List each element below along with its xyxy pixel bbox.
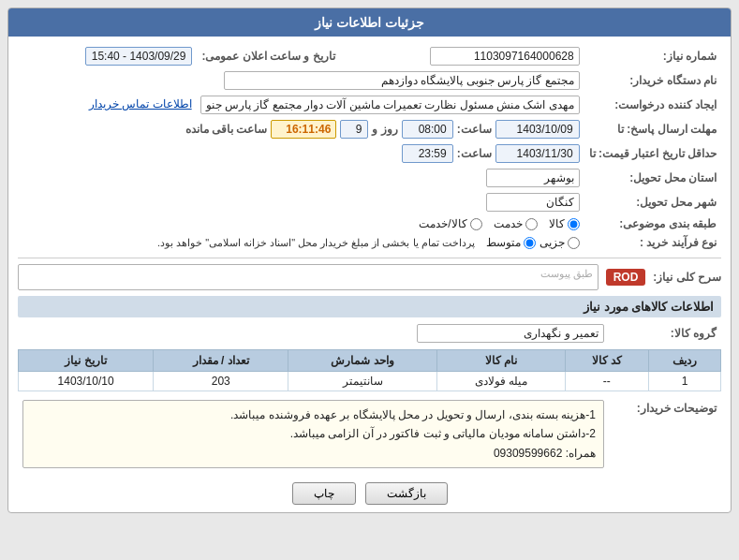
sarhKoli-label: سرح کلی نیاز: (653, 271, 721, 284)
hadaqal-saat: 23:59 (402, 144, 453, 163)
shahr-value: کنگان (486, 193, 580, 212)
print-button[interactable]: چاپ (292, 482, 356, 505)
col-kodKala: کد کالا (565, 350, 648, 372)
noeFaraind-jozi[interactable]: جزیی (539, 236, 580, 249)
col-tarikh: تاریخ نیاز (19, 350, 154, 372)
noeFaraind-motovaset-label: متوسط (486, 236, 521, 249)
noeFaraind-jozi-radio[interactable] (568, 237, 580, 249)
cell-kodKala: -- (565, 372, 648, 391)
mohlat-rooz: 9 (340, 120, 368, 139)
cell-tedad: 203 (154, 372, 288, 391)
tabaqe-khedmat-label: خدمت (494, 217, 523, 230)
hadaqal-label: حداقل تاریخ اعتبار قیمت: تا (584, 141, 721, 166)
noeFaraind-label: نوع فرآیند خرید : (584, 233, 721, 252)
cell-namKala: میله فولادی (436, 372, 565, 391)
mohlat-date: 1403/10/09 (495, 120, 580, 139)
tabaqe-kala-label: کالا (549, 217, 565, 230)
groupeKala-value: تعمیر و نگهداری (417, 324, 604, 343)
col-radif: ردیف (649, 350, 721, 372)
ostan-label: استان محل تحویل: (584, 166, 721, 190)
mohlat-mande-value: 16:11:46 (271, 120, 336, 139)
hadaqal-saat-label: ساعت: (457, 147, 492, 160)
shomareNiaz-value: 1103097164000628 (430, 47, 580, 66)
mohlat-saat-label: ساعت: (457, 123, 492, 136)
button-row: بازگشت چاپ (18, 482, 721, 505)
items-table: ردیف کد کالا نام کالا واحد شمارش تعداد /… (18, 349, 721, 391)
table-row: 1--میله فولادیسانتیمتر2031403/10/10 (19, 372, 721, 391)
rod-label: ROD (606, 269, 646, 286)
cell-vahed: سانتیمتر (288, 372, 437, 391)
namDastgah-label: نام دستگاه خریدار: (584, 68, 721, 93)
shahr-label: شهر محل تحویل: (584, 190, 721, 214)
divider1 (18, 258, 721, 258)
cell-radif: 1 (649, 372, 721, 391)
tabaqe-khedmat-radio[interactable] (525, 218, 538, 230)
etelaatKala-section: اطلاعات کالاهای مورد نیاز (18, 296, 721, 317)
tarikh-value: 1403/09/29 - 15:40 (85, 47, 193, 66)
tarikh-label: تاریخ و ساعت اعلان عمومی: (197, 44, 339, 68)
ettelaat-link[interactable]: اطلاعات تماس خریدار (84, 96, 197, 114)
namDastgah-value: مجتمع گاز پارس جنوبی پالایشگاه دوازدهم (224, 71, 580, 90)
noeFaraind-motovaset[interactable]: متوسط (486, 236, 536, 249)
hadaqal-date: 1403/11/30 (495, 144, 580, 163)
noeFaraind-note: پرداخت تمام یا بخشی از مبلغ خریدار محل "… (157, 237, 475, 249)
ostan-value: بوشهر (486, 169, 580, 187)
mohlat-label: مهلت ارسال پاسخ: تا (584, 117, 721, 141)
buyerNotes-label: توضیحات خریدار: (609, 397, 721, 477)
col-namKala: نام کالا (436, 350, 565, 372)
noeFaraind-motovaset-radio[interactable] (524, 237, 536, 249)
col-tedad: تعداد / مقدار (154, 350, 288, 372)
groupeKala-label: گروه کالا: (609, 321, 721, 346)
col-vahed: واحد شمارش (288, 350, 437, 372)
tabaqe-khedmat[interactable]: خدمت (494, 217, 538, 230)
buyer-notes-line2: 2-داشتن سامانه مودیان مالیاتی و ثبت فاکت… (31, 424, 596, 443)
tabaqe-kala-khedmat-radio[interactable] (470, 218, 482, 230)
mohlat-rooz-label: روز و (372, 123, 397, 136)
tabaqe-kala-khedmat-label: کالا/خدمت (419, 217, 466, 230)
tabaqe-label: طبقه بندی موضوعی: (584, 214, 721, 233)
tabPivosat-label: طبق پیوست (540, 268, 593, 279)
back-button[interactable]: بازگشت (365, 482, 448, 505)
ejadKonande-value: مهدی اشک منش مسئول نظارت تعمیرات ماشین آ… (200, 96, 580, 114)
ejadKonande-label: ایجاد کننده درخواست: (584, 93, 721, 117)
noeFaraind-jozi-label: جزیی (539, 236, 565, 249)
tabaqe-kala-khedmat[interactable]: کالا/خدمت (419, 217, 481, 230)
cell-tarikh: 1403/10/10 (19, 372, 154, 391)
mohlat-mande-label: ساعت باقی مانده (185, 123, 268, 136)
mohlat-saat: 08:00 (402, 120, 453, 139)
buyer-notes-line1: 1-هزینه بسته بندی، ارسال و تحویل در محل … (31, 405, 596, 424)
sarhKoli-box: طبق پیوست (18, 264, 599, 290)
page-title: جزئیات اطلاعات نیاز (8, 8, 731, 37)
shomareNiaz-label: شماره نیاز: (584, 44, 721, 68)
tabaqe-kala-radio[interactable] (568, 218, 580, 230)
tabaqe-kala[interactable]: کالا (549, 217, 580, 230)
buyer-notes-line3: همراه: 09309599662 (31, 444, 596, 463)
buyer-notes-box: 1-هزینه بسته بندی، ارسال و تحویل در محل … (22, 400, 604, 468)
